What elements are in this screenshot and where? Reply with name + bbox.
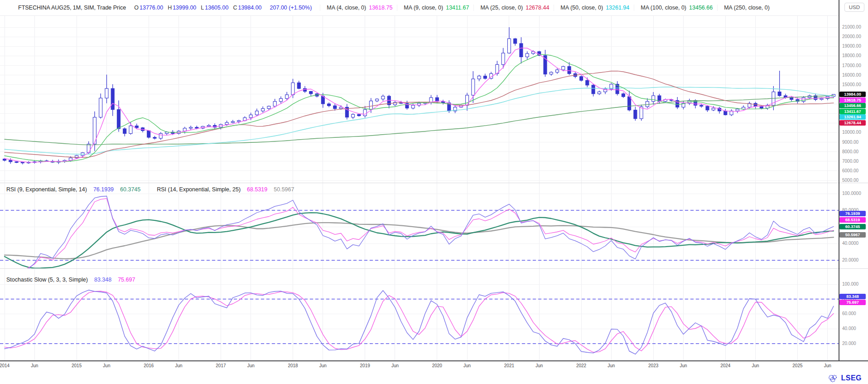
x-axis-label: Jun xyxy=(31,363,38,368)
price-badge: 68.5319 xyxy=(839,217,866,223)
y-axis-label: 18000.00 xyxy=(842,53,861,58)
ma-legend-item-1: MA (9, close, 0)13411.67 xyxy=(397,5,469,11)
x-axis-label: Jun xyxy=(608,363,615,368)
x-axis-label: 2022 xyxy=(576,363,586,368)
gridlines xyxy=(0,16,839,183)
rsi-value-2: 60.3745 xyxy=(120,186,140,193)
price-badge: 13261.94 xyxy=(839,114,866,120)
x-axis-label: 2025 xyxy=(792,363,802,368)
y-axis-label: 6000.00 xyxy=(842,168,858,173)
y-axis-label: 7000.00 xyxy=(842,159,858,164)
ohlc-h: H13999.00 xyxy=(168,5,196,11)
rsi14-line xyxy=(5,199,834,268)
y-axis-label: 21000.00 xyxy=(842,24,861,29)
y-axis-label: 8000.00 xyxy=(842,149,858,154)
y-axis-label: 15000.00 xyxy=(842,82,861,87)
x-axis-label: 2019 xyxy=(360,363,370,368)
x-axis-label: 2017 xyxy=(216,363,226,368)
x-axis-label: 2020 xyxy=(432,363,442,368)
pane-divider[interactable] xyxy=(0,183,868,183)
stoch-k-line xyxy=(5,290,834,354)
price-badge: 13456.66 xyxy=(839,103,866,108)
stochastic-d-value: 75.697 xyxy=(118,277,135,283)
y-axis-label: 9000.00 xyxy=(842,140,858,145)
ma-legend: MA (4, close, 0)13618.75MA (9, close, 0)… xyxy=(320,5,772,11)
y-axis-label: 20.0000 xyxy=(842,258,858,262)
currency-chip[interactable]: USD xyxy=(844,3,864,12)
rsi-pane[interactable] xyxy=(0,183,839,268)
x-axis-label: Jun xyxy=(247,363,255,368)
price-badge: 50.5967 xyxy=(839,232,866,238)
x-axis-label: 2016 xyxy=(144,363,154,368)
price-badge: 76.1939 xyxy=(839,211,866,216)
candlesticks xyxy=(3,27,835,165)
x-axis-label: Jun xyxy=(175,363,183,368)
ma-legend-item-3: MA (50, close, 0)13261.94 xyxy=(554,5,629,11)
x-axis-label: 2021 xyxy=(504,363,514,368)
ohlc-l: L13605.00 xyxy=(201,5,228,11)
pane-divider[interactable] xyxy=(0,268,868,269)
price-badge: 75.697 xyxy=(839,300,866,305)
stochastic-k-value: 83.348 xyxy=(94,277,111,283)
ma-legend-item-2: MA (25, close, 0)12678.44 xyxy=(473,5,549,11)
price-badge: 13984.00 xyxy=(839,92,866,97)
ma-legend-item-0: MA (4, close, 0)13618.75 xyxy=(320,5,392,11)
y-axis-label: 20.000 xyxy=(842,341,856,346)
ma-line-4 xyxy=(5,48,834,162)
x-axis-label: 2014 xyxy=(0,363,10,368)
rsi9-ma-line xyxy=(5,213,834,268)
price-badge: 13411.67 xyxy=(839,109,866,114)
x-axis-label: 2024 xyxy=(720,363,730,368)
ohlc-values: O13776.00H13999.00L13605.00C13984.00 xyxy=(134,5,261,11)
time-axis-border xyxy=(0,360,868,361)
x-axis-label: 2018 xyxy=(288,363,298,368)
ma-legend-item-5: MA (250, close, 0) xyxy=(717,5,772,11)
rsi-value-4: 50.5967 xyxy=(274,186,294,193)
instrument-title: FTSECHINA AUG25, 1M, SIM, Trade Price xyxy=(18,5,126,11)
x-axis-label: Jun xyxy=(680,363,687,368)
x-axis-label: Jun xyxy=(319,363,327,368)
ohlc-o: O13776.00 xyxy=(134,5,163,11)
rsi-value-3: 68.5319 xyxy=(247,186,267,193)
x-axis-label: Jun xyxy=(824,363,831,368)
y-axis-label: 20000.00 xyxy=(842,34,861,39)
y-axis-label: 5000.00 xyxy=(842,178,858,183)
rsi-label-2: RSI (14, Exponential, Simple, 25) xyxy=(157,186,241,193)
lseg-logo: LSEG xyxy=(828,374,862,383)
lseg-wordmark: LSEG xyxy=(841,374,862,382)
x-axis-label: Jun xyxy=(463,363,471,368)
x-axis-label: 2015 xyxy=(72,363,82,368)
rsi-legend: RSI (9, Exponential, Simple, 14) 76.1939… xyxy=(6,186,294,193)
y-axis-label: 60.000 xyxy=(842,311,856,316)
x-axis-label: Jun xyxy=(752,363,759,368)
rsi14-ma-line xyxy=(5,223,834,259)
ma-line-25 xyxy=(5,71,834,158)
stochastic-label: Stochastic Slow (5, 3, 3, Simple) xyxy=(6,277,88,283)
price-badge: 60.3745 xyxy=(839,224,866,229)
axis-separator xyxy=(839,0,839,361)
price-badge: 83.348 xyxy=(839,294,866,299)
x-axis-label: Jun xyxy=(535,363,543,368)
y-axis-label: 100.0000 xyxy=(842,191,861,196)
y-axis-label: 100.000 xyxy=(842,282,858,287)
y-axis-label: 17000.00 xyxy=(842,63,861,68)
x-axis-label: 2023 xyxy=(648,363,658,368)
net-change: 207.00 (+1.50%) xyxy=(270,5,312,11)
price-pane[interactable] xyxy=(0,16,839,183)
x-axis-label: Jun xyxy=(391,363,399,368)
rsi-label-1: RSI (9, Exponential, Simple, 14) xyxy=(6,186,87,193)
rsi-value-1: 76.1939 xyxy=(93,186,114,193)
lseg-emblem-icon xyxy=(828,374,839,383)
y-axis-label: 40.0000 xyxy=(842,241,858,246)
y-axis-label: 10000.00 xyxy=(842,130,861,135)
ma-legend-item-4: MA (100, close, 0)13456.66 xyxy=(634,5,713,11)
x-axis-label: Jun xyxy=(103,363,110,368)
gridlines xyxy=(0,183,839,268)
y-axis-label: 16000.00 xyxy=(842,73,861,78)
y-axis-label: 40.000 xyxy=(842,326,856,331)
stochastic-legend: Stochastic Slow (5, 3, 3, Simple) 83.348… xyxy=(6,277,135,283)
chart-window: FTSECHINA AUG25, 1M, SIM, Trade Price O1… xyxy=(0,0,868,384)
price-badge: 12678.44 xyxy=(839,120,866,126)
price-badge: 13618.75 xyxy=(839,97,866,103)
y-axis-label: 19000.00 xyxy=(842,44,861,49)
